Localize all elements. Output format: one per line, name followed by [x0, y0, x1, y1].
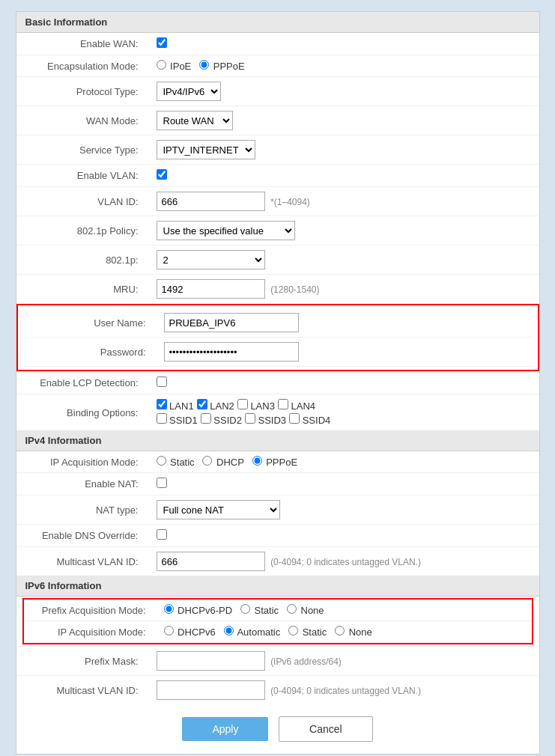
enable-wan-checkbox[interactable]	[157, 37, 167, 48]
multicast-vlan-input[interactable]	[157, 552, 265, 571]
nat-type-row: NAT type: Full cone NAT	[16, 496, 539, 525]
pppoe-ipv4-label[interactable]: PPPoE	[252, 457, 298, 468]
none-prefix-radio[interactable]	[287, 604, 297, 614]
multicast-vlan-value: (0-4094; 0 indicates untagged VLAN.)	[148, 547, 539, 576]
main-container: Basic Information Enable WAN: Encapsulat…	[16, 11, 540, 755]
lan1-checkbox[interactable]	[157, 399, 167, 409]
protocol-type-label: Protocol Type:	[16, 77, 148, 106]
enable-nat-checkbox[interactable]	[157, 478, 167, 488]
pppoe-label[interactable]: PPPoE	[199, 61, 245, 72]
ssid2-checkbox[interactable]	[201, 413, 211, 424]
binding-options-label: Binding Options:	[16, 394, 148, 431]
ipoe-radio[interactable]	[157, 60, 166, 70]
automatic-radio[interactable]	[224, 626, 234, 635]
username-input[interactable]	[164, 313, 299, 332]
ip-acq-ipv6-row: IP Acquisition Mode: DHCPv6 Automatic St…	[24, 621, 532, 643]
prefix-mask-row: Prefix Mask: (IPv6 address/64)	[16, 647, 539, 676]
encapsulation-value: IPoE PPPoE	[148, 55, 539, 77]
pppoe-radio[interactable]	[199, 60, 209, 70]
pppoe-ipv4-radio[interactable]	[252, 456, 262, 466]
multicast-vlan-ipv6-input[interactable]	[157, 680, 265, 700]
none-ipv6-radio[interactable]	[335, 626, 345, 635]
static-ipv4-radio[interactable]	[157, 456, 166, 466]
footer: Apply Cancel	[16, 704, 539, 754]
ipoe-label[interactable]: IPoE	[157, 61, 194, 72]
ssid-checkboxes-line: SSID1 SSID2 SSID3 SSID4	[157, 413, 530, 426]
ssid3-checkbox[interactable]	[245, 413, 255, 424]
ssid2-label[interactable]: SSID2	[201, 413, 242, 426]
lan1-label[interactable]: LAN1	[157, 399, 194, 412]
value-8021p-select[interactable]: 2	[157, 250, 265, 269]
static-prefix-label[interactable]: Static	[240, 605, 279, 616]
dhcpv6pd-radio[interactable]	[164, 604, 174, 614]
protocol-type-select[interactable]: IPv4/IPv6	[157, 82, 221, 101]
mru-row: MRU: (1280-1540)	[16, 275, 539, 304]
apply-button[interactable]: Apply	[182, 717, 268, 741]
policy-8021p-label: 802.1p Policy:	[16, 216, 148, 246]
enable-vlan-checkbox[interactable]	[157, 169, 167, 180]
password-label: Password:	[24, 338, 155, 367]
mru-hint: (1280-1540)	[270, 284, 319, 295]
prefix-acq-value: DHCPv6-PD Static None	[155, 600, 532, 621]
lan4-label[interactable]: LAN4	[278, 399, 315, 412]
vlan-id-row: VLAN ID: *(1–4094)	[16, 187, 539, 216]
ssid3-label[interactable]: SSID3	[245, 413, 286, 426]
dhcp-ipv4-radio[interactable]	[202, 456, 212, 466]
service-type-select[interactable]: IPTV_INTERNET	[157, 140, 255, 159]
enable-vlan-value	[148, 165, 539, 187]
cancel-button[interactable]: Cancel	[279, 716, 373, 742]
none-ipv6-label[interactable]: None	[335, 627, 372, 638]
static-ipv6-radio[interactable]	[288, 626, 298, 635]
enable-dns-label: Enable DNS Override:	[16, 525, 148, 547]
lan3-label[interactable]: LAN3	[237, 399, 275, 412]
service-type-row: Service Type: IPTV_INTERNET	[16, 135, 539, 165]
automatic-label[interactable]: Automatic	[224, 627, 281, 638]
enable-dns-value	[148, 525, 539, 547]
password-input[interactable]	[164, 342, 299, 362]
multicast-vlan-label: Multicast VLAN ID:	[16, 547, 148, 576]
enable-nat-label: Enable NAT:	[16, 473, 148, 496]
mru-input[interactable]	[157, 279, 265, 299]
ip-acq-ipv6-label: IP Acquisition Mode:	[24, 621, 155, 643]
value-8021p-label: 802.1p:	[16, 246, 148, 275]
enable-nat-value	[148, 473, 539, 496]
policy-8021p-value: Use the specified value	[148, 216, 539, 246]
dhcpv6-label[interactable]: DHCPv6	[164, 627, 216, 638]
enable-vlan-label: Enable VLAN:	[16, 165, 148, 187]
static-prefix-radio[interactable]	[240, 604, 250, 614]
static-ipv6-label[interactable]: Static	[288, 627, 327, 638]
dhcpv6pd-label[interactable]: DHCPv6-PD	[164, 605, 233, 616]
enable-lcp-value	[148, 372, 539, 394]
enable-lcp-checkbox[interactable]	[157, 377, 167, 387]
enable-wan-label: Enable WAN:	[16, 33, 148, 55]
mru-label: MRU:	[16, 275, 148, 304]
nat-type-label: NAT type:	[16, 496, 148, 525]
enable-wan-row: Enable WAN:	[16, 33, 539, 55]
static-ipv4-label[interactable]: Static	[157, 457, 195, 468]
binding-checkboxes: LAN1 LAN2 LAN3 LAN4 SSID1 SSID2 SSID3 SS…	[157, 399, 530, 426]
credentials-table: User Name: Password:	[24, 308, 532, 367]
ssid4-label[interactable]: SSID4	[289, 413, 330, 426]
encapsulation-row: Encapsulation Mode: IPoE PPPoE	[16, 55, 539, 77]
vlan-id-input[interactable]	[157, 192, 265, 211]
ssid1-checkbox[interactable]	[157, 413, 167, 424]
multicast-vlan-ipv6-row: Multicast VLAN ID: (0-4094; 0 indicates …	[16, 676, 539, 705]
lan4-checkbox[interactable]	[278, 399, 288, 409]
lan3-checkbox[interactable]	[237, 399, 248, 409]
prefix-mask-input[interactable]	[157, 651, 265, 671]
lan2-label[interactable]: LAN2	[197, 399, 234, 412]
dhcpv6-radio[interactable]	[164, 626, 174, 635]
ssid4-checkbox[interactable]	[289, 413, 300, 424]
ssid1-label[interactable]: SSID1	[157, 413, 198, 426]
dhcp-ipv4-label[interactable]: DHCP	[202, 457, 243, 468]
policy-8021p-select[interactable]: Use the specified value	[157, 221, 295, 240]
nat-type-select[interactable]: Full cone NAT	[157, 500, 280, 519]
protocol-type-row: Protocol Type: IPv4/IPv6	[16, 77, 539, 106]
none-prefix-label[interactable]: None	[287, 605, 324, 616]
wan-mode-select[interactable]: Route WAN Bridge WAN	[157, 111, 233, 130]
binding-options-row: Binding Options: LAN1 LAN2 LAN3 LAN4 SSI…	[16, 394, 539, 431]
enable-dns-row: Enable DNS Override:	[16, 525, 539, 547]
enable-dns-checkbox[interactable]	[157, 529, 167, 540]
username-label: User Name:	[24, 308, 155, 338]
lan2-checkbox[interactable]	[197, 399, 207, 409]
